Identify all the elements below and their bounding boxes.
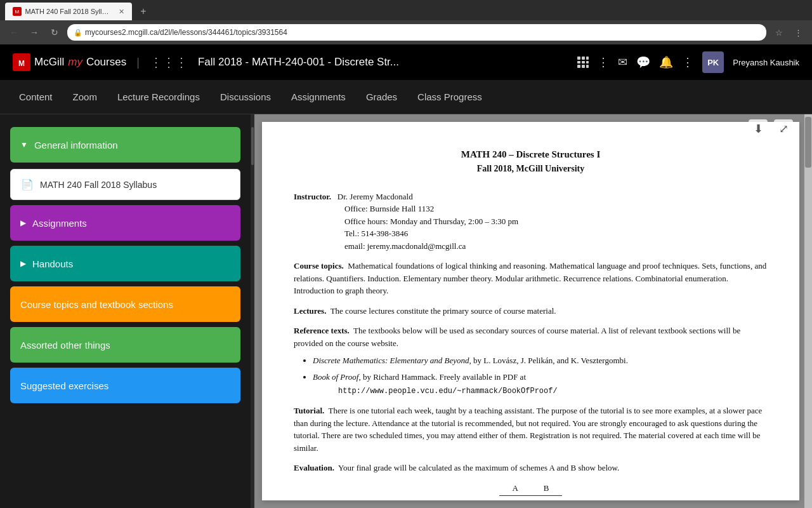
assignments-header[interactable]: ▶ Assignments [10, 205, 240, 241]
tel-text: Tel.: 514-398-3846 [344, 229, 408, 238]
assorted-header[interactable]: Assorted other things [10, 327, 240, 363]
download-icon[interactable]: ⬇ [749, 119, 768, 138]
lectures-section: Lectures. The course lectures constitute… [294, 305, 768, 318]
mcgill-header: M McGill myCourses | ⋮⋮⋮ Fall 2018 - MAT… [0, 44, 812, 80]
sidebar-item-general-information[interactable]: ▼ General information [10, 127, 240, 163]
active-tab[interactable]: M MATH 240 Fall 2018 Syllab... ✕ [5, 3, 132, 20]
sidebar: ▼ General information 📄 MATH 240 Fall 20… [0, 114, 251, 508]
nav-item-zoom[interactable]: Zoom [73, 89, 97, 105]
mcgill-shield-icon: M [13, 53, 30, 71]
browser-menu-icon[interactable]: ⋮ [790, 25, 806, 40]
nav-item-content[interactable]: Content [19, 89, 53, 105]
course-topics-section: Course topics. Mathematical foundations … [294, 260, 768, 297]
course-title: Fall 2018 - MATH-240-001 - Discrete Str.… [198, 56, 567, 69]
book-list: Discrete Mathematics: Elementary and Bey… [313, 354, 768, 397]
sidebar-sub-item-syllabus[interactable]: 📄 MATH 240 Fall 2018 Syllabus [10, 169, 240, 200]
forward-button[interactable]: → [27, 25, 42, 40]
syllabus-label: MATH 240 Fall 2018 Syllabus [40, 180, 157, 190]
email-text: email: jeremy.macdonald@mcgill.ca [344, 241, 466, 251]
reference-section: Reference texts. The textbooks below wil… [294, 324, 768, 397]
tutorial-label: Tutorial. [294, 406, 324, 415]
course-topics-doc-text: Mathematical foundations of logical thin… [294, 261, 766, 295]
main-content: ▼ General information 📄 MATH 240 Fall 20… [0, 114, 812, 508]
course-topics-header[interactable]: Course topics and textbook sections [10, 286, 240, 322]
mcgill-brand: McGill [34, 56, 64, 69]
header-icons: ⋮ ✉ 💬 🔔 ⋮ PK Preyansh Kaushik [577, 51, 799, 73]
header-divider: | [136, 56, 140, 69]
svg-text:M: M [18, 59, 25, 68]
tutorial-text: There is one tutorial each week, taught … [294, 406, 762, 453]
book-2: Book of Proof, by Richard Hammack. Freel… [313, 371, 768, 398]
book-1-title: Discrete Mathematics: Elementary and Bey… [313, 356, 471, 365]
handouts-label: Handouts [32, 258, 73, 269]
back-button[interactable]: ← [6, 25, 22, 40]
tab-bar: M MATH 240 Fall 2018 Syllab... ✕ + [0, 0, 812, 20]
office-text: Office: Burnside Hall 1132 [344, 204, 434, 213]
lectures-text: The course lectures constitute the prima… [331, 306, 556, 316]
instructor-section: Instructor. Dr. Jeremy Macdonald Office:… [294, 190, 768, 253]
doc-subtitle: Fall 2018, McGill University [294, 162, 768, 175]
mail-icon[interactable]: ✉ [618, 55, 627, 69]
mycourses-label: my [68, 56, 82, 69]
mcgill-logo[interactable]: M McGill myCourses [13, 53, 126, 71]
assignments-label: Assignments [32, 218, 87, 229]
doc-scrollbar[interactable] [804, 114, 812, 508]
new-tab-button[interactable]: + [134, 3, 152, 20]
nav-item-lecture-recordings[interactable]: Lecture Recordings [117, 89, 200, 105]
browser-chrome: M MATH 240 Fall 2018 Syllab... ✕ + ← → ↻… [0, 0, 812, 44]
evaluation-section: Evaluation. Your final grade will be cal… [294, 462, 768, 496]
course-topics-doc-label: Course topics. [294, 261, 344, 271]
book-2-url: http://www.people.vcu.edu/~rhammack/Book… [338, 385, 768, 397]
reload-button[interactable]: ↻ [47, 25, 62, 40]
tab-title: MATH 240 Fall 2018 Syllab... [25, 8, 112, 15]
address-bar-row: ← → ↻ 🔒 mycourses2.mcgill.ca/d2l/le/less… [0, 20, 812, 44]
reference-label: Reference texts. [294, 326, 350, 335]
notifications-bell-icon[interactable]: 🔔 [659, 55, 673, 69]
book-1-authors: by L. Lovász, J. Pelikán, and K. Veszter… [471, 356, 628, 365]
header-more-icon[interactable]: ⋮⋮⋮ [150, 55, 188, 70]
user-name: Preyansh Kaushik [733, 58, 799, 67]
address-bar[interactable]: 🔒 mycourses2.mcgill.ca/d2l/le/lessons/34… [67, 24, 766, 41]
apps-grid-icon[interactable] [577, 57, 589, 68]
chat-icon[interactable]: 💬 [636, 55, 650, 69]
browser-icons: ☆ ⋮ [771, 25, 806, 40]
instructor-label: Instructor. [294, 192, 331, 201]
nav-item-discussions[interactable]: Discussions [220, 89, 271, 105]
suggested-header[interactable]: Suggested exercises [10, 368, 240, 403]
ssl-lock-icon: 🔒 [74, 29, 82, 37]
doc-title-block: MATH 240 – Discrete Structures I Fall 20… [294, 147, 768, 175]
handouts-header[interactable]: ▶ Handouts [10, 246, 240, 281]
sidebar-item-assorted[interactable]: Assorted other things [10, 327, 240, 363]
instructor-name: Dr. Jeremy Macdonald [337, 192, 413, 201]
sidebar-item-course-topics[interactable]: Course topics and textbook sections [10, 286, 240, 322]
fullscreen-icon[interactable]: ⤢ [774, 119, 793, 138]
book-2-authors: by Richard Hammack. Freely available in … [361, 372, 526, 382]
book-2-title: Book of Proof, [313, 372, 361, 382]
doc-scrollbar-thumb [805, 117, 811, 168]
handouts-arrow: ▶ [20, 259, 26, 268]
course-topics-label: Course topics and textbook sections [20, 299, 173, 310]
eval-header-a: A [499, 481, 530, 496]
general-information-header[interactable]: ▼ General information [10, 127, 240, 163]
doc-title: MATH 240 – Discrete Structures I [294, 147, 768, 162]
nav-item-class-progress[interactable]: Class Progress [417, 89, 482, 105]
tab-favicon: M [13, 7, 22, 16]
tutorial-section: Tutorial. There is one tutorial each wee… [294, 404, 768, 454]
nav-item-grades[interactable]: Grades [366, 89, 397, 105]
eval-header-b: B [531, 481, 562, 496]
sidebar-item-suggested[interactable]: Suggested exercises [10, 368, 240, 403]
book-1: Discrete Mathematics: Elementary and Bey… [313, 354, 768, 367]
bookmark-star-icon[interactable]: ☆ [771, 25, 787, 40]
suggested-label: Suggested exercises [20, 380, 108, 391]
sidebar-scrollbar-thumb [251, 127, 254, 165]
more-menu-icon[interactable]: ⋮ [682, 55, 693, 69]
tab-close-button[interactable]: ✕ [119, 8, 124, 16]
document-area: ⬇ ⤢ MATH 240 – Discrete Structures I Fal… [254, 114, 812, 508]
evaluation-label: Evaluation. [294, 463, 334, 472]
nav-item-assignments[interactable]: Assignments [291, 89, 346, 105]
more-options-icon[interactable]: ⋮ [598, 55, 609, 69]
user-avatar[interactable]: PK [702, 51, 724, 73]
sidebar-item-assignments[interactable]: ▶ Assignments [10, 205, 240, 241]
sidebar-item-handouts[interactable]: ▶ Handouts [10, 246, 240, 281]
reference-text: The textbooks below will be used as seco… [294, 326, 740, 348]
